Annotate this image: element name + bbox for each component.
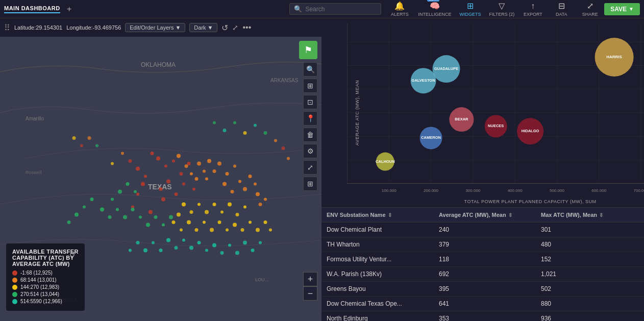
map-legend: ↺ AVAILABLE TRANSFERCAPABILITY (ATC) BYA… xyxy=(6,243,85,311)
svg-point-22 xyxy=(187,162,191,165)
nav-data[interactable]: ⊟ DATA xyxy=(551,1,572,17)
table-row[interactable]: Formosa Utility Ventur... 118 152 3 xyxy=(321,252,644,267)
svg-point-43 xyxy=(254,183,257,186)
delete-button[interactable]: 🗑 xyxy=(303,128,317,142)
svg-point-28 xyxy=(190,172,193,176)
svg-point-45 xyxy=(259,203,262,206)
pin-button[interactable]: 📍 xyxy=(303,111,317,126)
svg-text:500,000: 500,000 xyxy=(550,188,564,192)
svg-point-59 xyxy=(187,220,191,225)
svg-point-97 xyxy=(228,244,231,247)
legend-items: -1:68 (12,925)68:144 (13,001)144:270 (12… xyxy=(12,270,79,304)
svg-point-14 xyxy=(144,175,147,178)
svg-point-79 xyxy=(162,224,165,227)
svg-point-48 xyxy=(190,210,193,214)
nav-export[interactable]: ↑ EXPORT xyxy=(523,2,543,17)
col-max-sort-icon: ⇕ xyxy=(599,212,603,218)
legend-range: 144:270 (12,983) xyxy=(20,284,59,290)
table-row[interactable]: North Edinburg 353 936 2 xyxy=(321,311,644,321)
svg-point-63 xyxy=(218,220,221,224)
fullscreen-icon[interactable]: ⤢ xyxy=(232,23,238,32)
svg-point-10 xyxy=(151,152,154,155)
refresh-icon[interactable]: ↺ xyxy=(221,23,228,33)
table-row[interactable]: TH Wharton 379 480 141 xyxy=(321,237,644,252)
zoom-in-button[interactable]: + xyxy=(303,272,317,286)
col-max-label: Max ATC (MW), Mean xyxy=(541,212,597,218)
svg-text:GUADALUPE: GUADALUPE xyxy=(434,66,459,71)
expand-button[interactable]: ⤢ xyxy=(303,160,317,175)
svg-point-80 xyxy=(169,215,173,219)
layers-button[interactable]: ⊞ xyxy=(303,79,317,93)
table-row[interactable]: Dow Chemical Plant 240 301 0 xyxy=(321,223,644,237)
table-row[interactable]: Dow Chemical Texas Ope... 641 880 19 xyxy=(321,297,644,311)
nav-filters[interactable]: ▽ FILTERS (2) xyxy=(489,1,514,17)
svg-point-67 xyxy=(249,221,252,224)
col-header-avg[interactable]: Average ATC (MW), Mean ⇕ xyxy=(434,208,536,222)
svg-point-87 xyxy=(126,182,130,186)
svg-point-90 xyxy=(175,246,178,250)
nav-intelligence[interactable]: BETA 🧠 INTELLIGENCE xyxy=(418,1,451,17)
svg-point-74 xyxy=(123,215,127,219)
svg-point-94 xyxy=(205,249,208,252)
search-bar[interactable]: 🔍 xyxy=(289,3,381,15)
table-row[interactable]: Greens Bayou 395 502 119 xyxy=(321,282,644,297)
svg-text:CALHOUN: CALHOUN xyxy=(376,159,395,164)
search-icon: 🔍 xyxy=(294,5,302,13)
svg-point-52 xyxy=(220,211,224,214)
legend-item: 514:5590 (12,966) xyxy=(12,299,79,304)
theme-button[interactable]: Dark ▼ xyxy=(189,23,217,32)
svg-point-86 xyxy=(118,190,122,194)
legend-range: 514:5590 (12,966) xyxy=(20,299,62,304)
add-tab-button[interactable]: + xyxy=(64,4,75,14)
map-flag-button[interactable]: ⚑ xyxy=(299,41,317,59)
svg-point-117 xyxy=(282,146,285,150)
svg-point-50 xyxy=(205,210,209,214)
nav-widgets[interactable]: ⊞ WIDGETS xyxy=(459,1,481,17)
settings-button[interactable]: ⚙ xyxy=(303,144,317,158)
flag-icon: ⚑ xyxy=(304,44,312,56)
chart-x-axis-label: TOTAL POWER PLANT PLANNED CAPACITY (MW),… xyxy=(464,199,597,204)
search-input[interactable] xyxy=(305,6,377,13)
svg-point-18 xyxy=(141,182,145,186)
svg-point-95 xyxy=(212,243,216,248)
search-map-button[interactable]: 🔍 xyxy=(303,62,317,77)
alerts-icon: 🔔 xyxy=(394,1,405,11)
col-header-max[interactable]: Max ATC (MW), Mean ⇕ xyxy=(536,208,643,222)
export-label: EXPORT xyxy=(524,12,542,17)
cell-max: 502 xyxy=(536,282,643,296)
alerts-label: ALERTS xyxy=(391,12,409,17)
svg-point-108 xyxy=(129,159,132,163)
edit-order-layers-button[interactable]: Edit/Order Layers ▼ xyxy=(125,23,185,32)
fit-button[interactable]: ⊞ xyxy=(303,177,317,191)
legend-range: 270:514 (13,044) xyxy=(20,291,59,297)
edit-layers-label: Edit/Order Layers xyxy=(130,24,174,31)
col-header-name[interactable]: ENV Substation Name ⇕ xyxy=(321,208,434,222)
table-body[interactable]: Dow Chemical Plant 240 301 0 TH Wharton … xyxy=(321,223,644,321)
svg-point-105 xyxy=(251,249,255,252)
col-name-label: ENV Substation Name xyxy=(327,212,386,218)
nav-icons: 🔔 ALERTS BETA 🧠 INTELLIGENCE ⊞ WIDGETS ▽… xyxy=(389,1,600,17)
cell-name: Greens Bayou xyxy=(321,282,434,296)
select-button[interactable]: ⊡ xyxy=(303,95,317,109)
nav-share[interactable]: ⤢ SHARE xyxy=(580,1,600,17)
nav-alerts[interactable]: 🔔 ALERTS xyxy=(389,1,410,17)
svg-point-51 xyxy=(213,203,216,206)
svg-point-78 xyxy=(154,215,158,219)
save-button[interactable]: SAVE ▼ xyxy=(604,3,640,15)
svg-point-34 xyxy=(205,178,208,181)
widgets-label: WIDGETS xyxy=(459,12,481,17)
svg-point-23 xyxy=(192,188,195,191)
svg-point-93 xyxy=(197,241,201,244)
legend-refresh-button[interactable]: ↺ xyxy=(69,251,76,259)
theme-dropdown-arrow: ▼ xyxy=(208,24,213,31)
svg-point-101 xyxy=(143,249,147,253)
table-row[interactable]: W.A. Parish (138Kv) 692 1,021 89 xyxy=(321,267,644,282)
svg-point-100 xyxy=(152,241,155,244)
right-panel: AVERAGE ATC (MW), MEAN TOTAL POWER PLANT… xyxy=(321,18,644,321)
svg-text:600,000: 600,000 xyxy=(591,188,606,192)
more-options-icon[interactable]: ••• xyxy=(242,23,251,32)
drag-handle-icon[interactable]: ⠿ xyxy=(4,23,10,33)
svg-point-91 xyxy=(182,239,185,242)
zoom-out-button[interactable]: − xyxy=(303,286,317,301)
main-dashboard-tab[interactable]: MAIN DASHBOARD xyxy=(4,5,60,13)
